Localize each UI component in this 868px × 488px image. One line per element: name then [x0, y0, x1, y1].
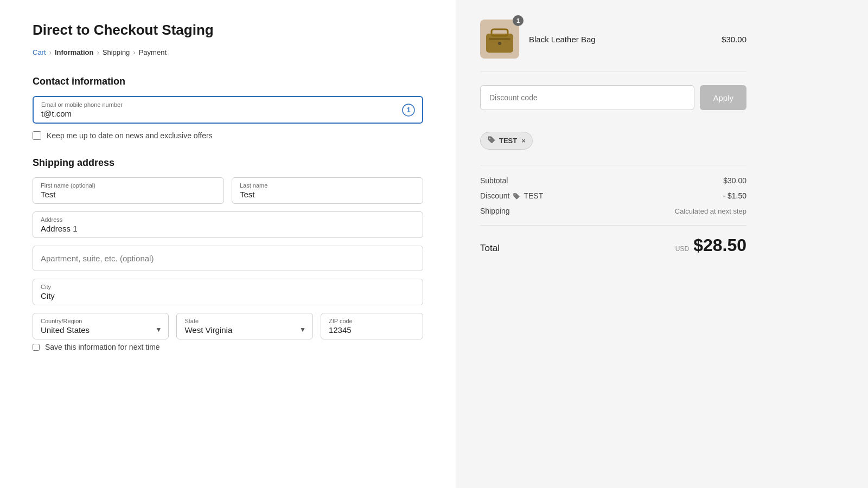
product-quantity-badge: 1 — [513, 15, 524, 26]
city-field: City — [33, 279, 423, 305]
city-input[interactable] — [33, 290, 423, 305]
contact-section: Contact information Email or mobile phon… — [33, 76, 423, 140]
total-amount-wrap: USD $28.50 — [675, 235, 746, 255]
zip-field: ZIP code — [321, 313, 423, 339]
contact-section-title: Contact information — [33, 76, 423, 87]
discount-tag-label: TEST — [499, 137, 517, 145]
product-image — [480, 20, 519, 59]
bottom-address-row: Country/Region United States ▼ State Wes… — [33, 313, 423, 339]
last-name-field: Last name — [232, 177, 423, 204]
discount-tag-icon — [513, 191, 520, 200]
apply-button[interactable]: Apply — [700, 85, 746, 110]
address-field: Address — [33, 211, 423, 238]
city-label: City — [33, 279, 423, 290]
left-panel: Direct to Checkout Staging Cart › Inform… — [0, 0, 456, 488]
breadcrumb-sep-2: › — [97, 48, 99, 56]
password-manager-icon: 1 — [401, 103, 416, 117]
email-field[interactable] — [34, 108, 422, 123]
subtotal-label: Subtotal — [480, 176, 508, 185]
breadcrumb: Cart › Information › Shipping › Payment — [33, 48, 423, 56]
last-name-label: Last name — [232, 178, 423, 189]
shipping-value: Calculated at next step — [675, 207, 746, 215]
country-label: Country/Region — [33, 313, 168, 324]
product-price: $30.00 — [722, 35, 746, 44]
svg-text:1: 1 — [406, 106, 410, 114]
first-name-input[interactable] — [33, 189, 224, 203]
divider-1 — [480, 165, 746, 165]
state-label: State — [177, 313, 312, 324]
discount-tag: TEST × — [480, 132, 533, 150]
discount-input-wrap — [480, 85, 694, 110]
state-field: State West Virginia ▼ — [176, 313, 312, 339]
product-name: Black Leather Bag — [529, 35, 712, 44]
shipping-label: Shipping — [480, 207, 510, 215]
tag-icon — [487, 136, 496, 146]
newsletter-checkbox[interactable] — [33, 131, 41, 140]
total-currency: USD — [675, 245, 689, 253]
save-info-label: Save this information for next time — [45, 343, 160, 351]
total-row: Total USD $28.50 — [480, 225, 746, 255]
name-row: First name (optional) Last name — [33, 177, 423, 204]
product-row: 1 Black Leather Bag $30.00 — [480, 20, 746, 72]
breadcrumb-payment: Payment — [139, 48, 167, 56]
product-image-wrap: 1 — [480, 20, 519, 59]
apartment-field — [33, 246, 423, 271]
email-input-group: Email or mobile phone number 1 — [33, 96, 423, 124]
subtotal-value: $30.00 — [723, 176, 746, 185]
svg-rect-4 — [489, 38, 510, 40]
breadcrumb-sep-1: › — [49, 48, 52, 56]
discount-code-display: TEST — [524, 191, 543, 200]
store-title: Direct to Checkout Staging — [33, 22, 423, 38]
email-label: Email or mobile phone number — [34, 97, 422, 108]
breadcrumb-cart[interactable]: Cart — [33, 48, 46, 56]
subtotal-row: Subtotal $30.00 — [480, 176, 746, 185]
total-label: Total — [480, 243, 500, 254]
newsletter-label: Keep me up to date on news and exclusive… — [47, 131, 213, 140]
apartment-input[interactable] — [33, 246, 423, 271]
breadcrumb-sep-3: › — [133, 48, 135, 56]
discount-summary-row: Discount TEST - $1.50 — [480, 191, 746, 200]
last-name-input[interactable] — [232, 189, 423, 203]
breadcrumb-information: Information — [55, 48, 94, 56]
newsletter-row: Keep me up to date on news and exclusive… — [33, 131, 423, 140]
save-info-row: Save this information for next time — [33, 343, 423, 351]
shipping-section: Shipping address First name (optional) L… — [33, 157, 423, 351]
address-input[interactable] — [33, 223, 423, 237]
svg-point-7 — [515, 195, 516, 196]
address-label: Address — [33, 212, 423, 223]
save-info-checkbox[interactable] — [33, 344, 40, 351]
first-name-field: First name (optional) — [33, 177, 224, 204]
svg-point-6 — [489, 138, 490, 139]
discount-amount: - $1.50 — [723, 191, 746, 200]
shipping-section-title: Shipping address — [33, 157, 423, 169]
discount-text: Discount — [480, 191, 509, 200]
right-panel: 1 Black Leather Bag $30.00 Apply TEST × … — [456, 0, 770, 488]
discount-label-wrap: Discount TEST — [480, 191, 543, 200]
breadcrumb-shipping: Shipping — [103, 48, 130, 56]
discount-section: Apply — [480, 85, 746, 123]
zip-input[interactable] — [321, 324, 423, 339]
country-field: Country/Region United States ▼ — [33, 313, 169, 339]
discount-remove-button[interactable]: × — [521, 137, 526, 145]
first-name-label: First name (optional) — [33, 178, 224, 189]
shipping-row: Shipping Calculated at next step — [480, 207, 746, 215]
svg-point-5 — [498, 42, 501, 45]
country-select[interactable]: United States — [33, 324, 168, 339]
state-select[interactable]: West Virginia — [177, 324, 312, 339]
discount-code-input[interactable] — [480, 85, 694, 110]
zip-label: ZIP code — [321, 313, 423, 324]
total-amount: $28.50 — [693, 235, 746, 255]
